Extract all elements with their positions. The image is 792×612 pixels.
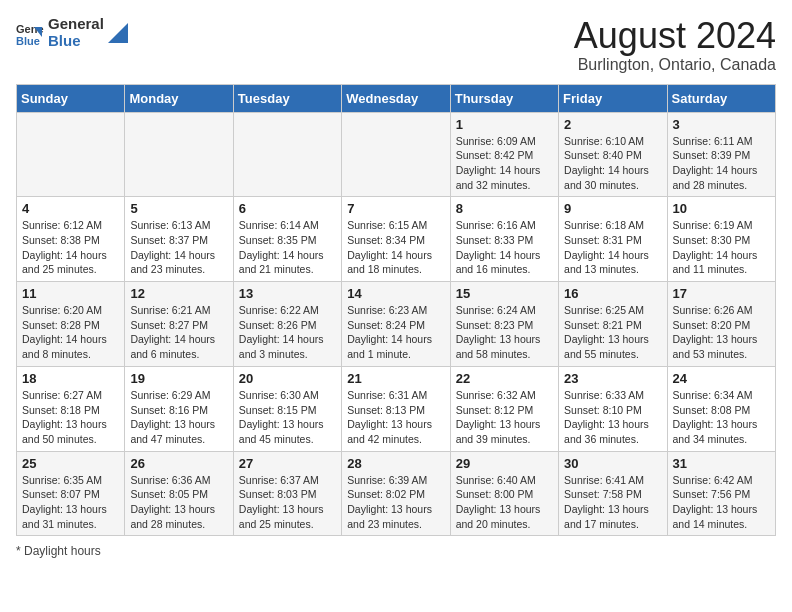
logo-blue: Blue	[48, 33, 104, 50]
day-number: 27	[239, 456, 336, 471]
day-info: Sunrise: 6:42 AM Sunset: 7:56 PM Dayligh…	[673, 473, 770, 532]
day-info: Sunrise: 6:13 AM Sunset: 8:37 PM Dayligh…	[130, 218, 227, 277]
day-info: Sunrise: 6:26 AM Sunset: 8:20 PM Dayligh…	[673, 303, 770, 362]
day-number: 7	[347, 201, 444, 216]
day-info: Sunrise: 6:21 AM Sunset: 8:27 PM Dayligh…	[130, 303, 227, 362]
week-row-2: 4Sunrise: 6:12 AM Sunset: 8:38 PM Daylig…	[17, 197, 776, 282]
day-number: 10	[673, 201, 770, 216]
day-cell: 14Sunrise: 6:23 AM Sunset: 8:24 PM Dayli…	[342, 282, 450, 367]
day-info: Sunrise: 6:19 AM Sunset: 8:30 PM Dayligh…	[673, 218, 770, 277]
day-cell: 2Sunrise: 6:10 AM Sunset: 8:40 PM Daylig…	[559, 112, 667, 197]
day-number: 5	[130, 201, 227, 216]
day-cell: 9Sunrise: 6:18 AM Sunset: 8:31 PM Daylig…	[559, 197, 667, 282]
day-cell: 30Sunrise: 6:41 AM Sunset: 7:58 PM Dayli…	[559, 451, 667, 536]
day-number: 11	[22, 286, 119, 301]
day-number: 15	[456, 286, 553, 301]
day-cell: 11Sunrise: 6:20 AM Sunset: 8:28 PM Dayli…	[17, 282, 125, 367]
day-cell: 20Sunrise: 6:30 AM Sunset: 8:15 PM Dayli…	[233, 366, 341, 451]
day-number: 17	[673, 286, 770, 301]
day-cell: 19Sunrise: 6:29 AM Sunset: 8:16 PM Dayli…	[125, 366, 233, 451]
day-cell: 24Sunrise: 6:34 AM Sunset: 8:08 PM Dayli…	[667, 366, 775, 451]
day-info: Sunrise: 6:10 AM Sunset: 8:40 PM Dayligh…	[564, 134, 661, 193]
day-info: Sunrise: 6:27 AM Sunset: 8:18 PM Dayligh…	[22, 388, 119, 447]
day-cell	[342, 112, 450, 197]
week-row-1: 1Sunrise: 6:09 AM Sunset: 8:42 PM Daylig…	[17, 112, 776, 197]
day-number: 9	[564, 201, 661, 216]
week-row-4: 18Sunrise: 6:27 AM Sunset: 8:18 PM Dayli…	[17, 366, 776, 451]
day-number: 13	[239, 286, 336, 301]
day-cell: 23Sunrise: 6:33 AM Sunset: 8:10 PM Dayli…	[559, 366, 667, 451]
logo-triangle-icon	[108, 23, 128, 43]
col-header-friday: Friday	[559, 84, 667, 112]
svg-text:Blue: Blue	[16, 35, 40, 47]
day-info: Sunrise: 6:25 AM Sunset: 8:21 PM Dayligh…	[564, 303, 661, 362]
day-number: 23	[564, 371, 661, 386]
day-number: 18	[22, 371, 119, 386]
col-header-sunday: Sunday	[17, 84, 125, 112]
day-info: Sunrise: 6:33 AM Sunset: 8:10 PM Dayligh…	[564, 388, 661, 447]
day-info: Sunrise: 6:15 AM Sunset: 8:34 PM Dayligh…	[347, 218, 444, 277]
calendar-title: August 2024	[574, 16, 776, 56]
day-info: Sunrise: 6:37 AM Sunset: 8:03 PM Dayligh…	[239, 473, 336, 532]
day-info: Sunrise: 6:30 AM Sunset: 8:15 PM Dayligh…	[239, 388, 336, 447]
day-cell: 29Sunrise: 6:40 AM Sunset: 8:00 PM Dayli…	[450, 451, 558, 536]
day-number: 6	[239, 201, 336, 216]
day-cell	[125, 112, 233, 197]
day-info: Sunrise: 6:41 AM Sunset: 7:58 PM Dayligh…	[564, 473, 661, 532]
day-info: Sunrise: 6:32 AM Sunset: 8:12 PM Dayligh…	[456, 388, 553, 447]
calendar-table: SundayMondayTuesdayWednesdayThursdayFrid…	[16, 84, 776, 537]
day-info: Sunrise: 6:11 AM Sunset: 8:39 PM Dayligh…	[673, 134, 770, 193]
day-info: Sunrise: 6:23 AM Sunset: 8:24 PM Dayligh…	[347, 303, 444, 362]
day-cell: 13Sunrise: 6:22 AM Sunset: 8:26 PM Dayli…	[233, 282, 341, 367]
day-cell: 16Sunrise: 6:25 AM Sunset: 8:21 PM Dayli…	[559, 282, 667, 367]
day-cell: 1Sunrise: 6:09 AM Sunset: 8:42 PM Daylig…	[450, 112, 558, 197]
svg-marker-3	[108, 23, 128, 43]
day-number: 2	[564, 117, 661, 132]
day-number: 8	[456, 201, 553, 216]
day-info: Sunrise: 6:12 AM Sunset: 8:38 PM Dayligh…	[22, 218, 119, 277]
day-cell: 25Sunrise: 6:35 AM Sunset: 8:07 PM Dayli…	[17, 451, 125, 536]
day-info: Sunrise: 6:22 AM Sunset: 8:26 PM Dayligh…	[239, 303, 336, 362]
day-cell	[233, 112, 341, 197]
day-cell: 10Sunrise: 6:19 AM Sunset: 8:30 PM Dayli…	[667, 197, 775, 282]
logo-icon: General Blue	[16, 19, 44, 47]
day-info: Sunrise: 6:16 AM Sunset: 8:33 PM Dayligh…	[456, 218, 553, 277]
day-info: Sunrise: 6:36 AM Sunset: 8:05 PM Dayligh…	[130, 473, 227, 532]
week-row-5: 25Sunrise: 6:35 AM Sunset: 8:07 PM Dayli…	[17, 451, 776, 536]
day-number: 28	[347, 456, 444, 471]
day-cell: 8Sunrise: 6:16 AM Sunset: 8:33 PM Daylig…	[450, 197, 558, 282]
logo: General Blue General Blue	[16, 16, 128, 49]
day-info: Sunrise: 6:35 AM Sunset: 8:07 PM Dayligh…	[22, 473, 119, 532]
day-cell: 6Sunrise: 6:14 AM Sunset: 8:35 PM Daylig…	[233, 197, 341, 282]
day-cell: 28Sunrise: 6:39 AM Sunset: 8:02 PM Dayli…	[342, 451, 450, 536]
day-cell: 15Sunrise: 6:24 AM Sunset: 8:23 PM Dayli…	[450, 282, 558, 367]
day-number: 12	[130, 286, 227, 301]
day-number: 25	[22, 456, 119, 471]
day-number: 14	[347, 286, 444, 301]
page-header: General Blue General Blue August 2024 Bu…	[16, 16, 776, 74]
day-info: Sunrise: 6:18 AM Sunset: 8:31 PM Dayligh…	[564, 218, 661, 277]
day-cell: 5Sunrise: 6:13 AM Sunset: 8:37 PM Daylig…	[125, 197, 233, 282]
day-number: 22	[456, 371, 553, 386]
day-cell: 22Sunrise: 6:32 AM Sunset: 8:12 PM Dayli…	[450, 366, 558, 451]
day-cell: 7Sunrise: 6:15 AM Sunset: 8:34 PM Daylig…	[342, 197, 450, 282]
col-header-monday: Monday	[125, 84, 233, 112]
day-info: Sunrise: 6:09 AM Sunset: 8:42 PM Dayligh…	[456, 134, 553, 193]
day-info: Sunrise: 6:34 AM Sunset: 8:08 PM Dayligh…	[673, 388, 770, 447]
day-info: Sunrise: 6:20 AM Sunset: 8:28 PM Dayligh…	[22, 303, 119, 362]
calendar-header-row: SundayMondayTuesdayWednesdayThursdayFrid…	[17, 84, 776, 112]
day-info: Sunrise: 6:29 AM Sunset: 8:16 PM Dayligh…	[130, 388, 227, 447]
day-cell: 12Sunrise: 6:21 AM Sunset: 8:27 PM Dayli…	[125, 282, 233, 367]
day-cell: 26Sunrise: 6:36 AM Sunset: 8:05 PM Dayli…	[125, 451, 233, 536]
day-cell: 3Sunrise: 6:11 AM Sunset: 8:39 PM Daylig…	[667, 112, 775, 197]
day-number: 1	[456, 117, 553, 132]
day-number: 20	[239, 371, 336, 386]
day-cell: 21Sunrise: 6:31 AM Sunset: 8:13 PM Dayli…	[342, 366, 450, 451]
day-number: 29	[456, 456, 553, 471]
day-info: Sunrise: 6:31 AM Sunset: 8:13 PM Dayligh…	[347, 388, 444, 447]
title-block: August 2024 Burlington, Ontario, Canada	[574, 16, 776, 74]
day-number: 3	[673, 117, 770, 132]
day-info: Sunrise: 6:39 AM Sunset: 8:02 PM Dayligh…	[347, 473, 444, 532]
col-header-wednesday: Wednesday	[342, 84, 450, 112]
day-number: 4	[22, 201, 119, 216]
